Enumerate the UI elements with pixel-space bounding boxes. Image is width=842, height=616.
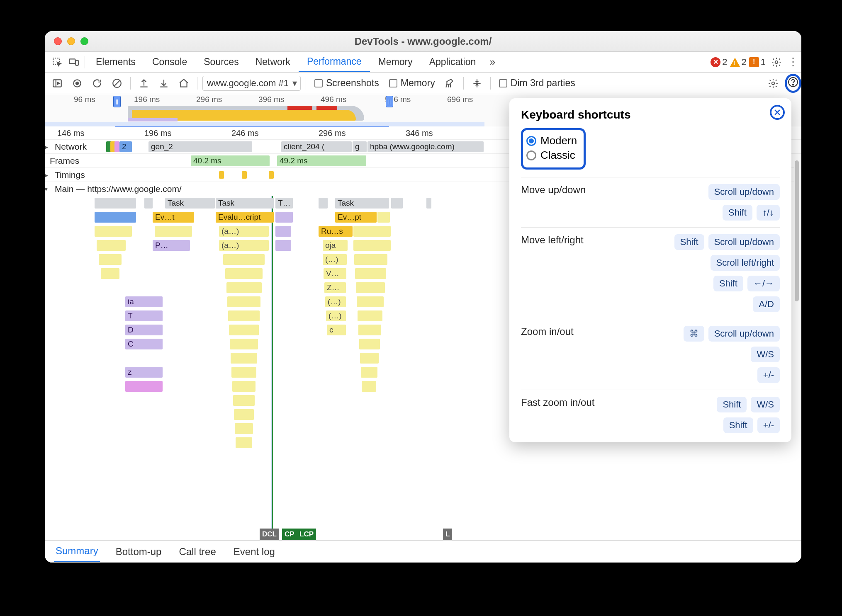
shortcut-key: Shift	[674, 234, 704, 250]
radio-modern[interactable]: Modern	[526, 134, 577, 147]
shortcut-key: A/D	[753, 296, 780, 312]
shortcut-key: ↑/↓	[757, 205, 780, 221]
window-controls	[45, 37, 88, 45]
svg-rect-2	[75, 60, 78, 65]
tab-summary[interactable]: Summary	[54, 541, 100, 562]
ov-tick: 496 ms	[321, 95, 346, 104]
radio-classic[interactable]: Classic	[526, 149, 577, 162]
shortcut-key: Shift	[723, 205, 752, 221]
expand-icon[interactable]: ▸	[45, 171, 48, 179]
shortcut-key: Scroll up/down	[708, 184, 780, 200]
tab-performance[interactable]: Performance	[299, 52, 370, 72]
tab-call-tree[interactable]: Call tree	[177, 542, 217, 562]
record-icon[interactable]	[69, 75, 85, 92]
warnings-badge[interactable]: 2	[730, 57, 747, 68]
cp-marker: CP	[282, 529, 297, 540]
gc-broom-icon[interactable]	[442, 75, 458, 92]
recording-select[interactable]: www.google.com #1	[202, 76, 301, 91]
lcp-marker: LCP	[297, 529, 316, 540]
settings-gear-icon[interactable]	[768, 54, 785, 70]
shortcut-key: +/-	[757, 367, 780, 383]
svg-point-8	[772, 82, 775, 85]
shortcut-key: Shift	[717, 397, 747, 412]
shortcut-key: Scroll up/down	[708, 234, 780, 250]
ov-tick: 96 ms	[74, 95, 95, 104]
devtools-window: DevTools - www.google.com/ Elements Cons…	[45, 31, 801, 563]
keyboard-shortcuts-popover: Keyboard shortcuts Modern Classic Move u…	[509, 98, 791, 442]
tab-event-log[interactable]: Event log	[232, 542, 277, 562]
shortcut-row: Zoom in/out⌘Scroll up/downW/S+/-	[521, 319, 780, 390]
shortcut-key: Shift	[723, 417, 753, 433]
inspect-element-icon[interactable]	[49, 54, 66, 70]
clear-icon[interactable]	[109, 75, 125, 92]
overview-left-handle[interactable]: ||	[113, 96, 121, 107]
zoom-window-button[interactable]	[80, 37, 88, 45]
shortcut-key: ←/→	[747, 276, 780, 291]
shortcut-row: Move left/rightShiftScroll up/downScroll…	[521, 227, 780, 319]
toggle-sidebar-icon[interactable]	[49, 75, 66, 92]
expand-icon[interactable]: ▸	[45, 143, 48, 151]
shortcut-name: Move left/right	[521, 234, 584, 246]
ov-tick: 296 ms	[196, 95, 222, 104]
ov-tick: 696 ms	[447, 95, 473, 104]
screenshots-checkbox[interactable]: Screenshots	[314, 78, 379, 89]
load-marker: L	[443, 529, 452, 540]
shortcut-preset-group: Modern Classic	[521, 128, 586, 170]
shortcut-key: Scroll up/down	[708, 326, 780, 342]
more-tabs-icon[interactable]: »	[484, 54, 501, 70]
reload-record-icon[interactable]	[89, 75, 105, 92]
vertical-scrollbar[interactable]	[794, 156, 801, 540]
popover-title: Keyboard shortcuts	[521, 108, 780, 121]
tab-sources[interactable]: Sources	[195, 52, 247, 72]
shortcut-key: ⌘	[684, 326, 704, 342]
tab-memory[interactable]: Memory	[370, 52, 421, 72]
shortcut-key: W/S	[751, 347, 780, 362]
shortcut-key: W/S	[751, 397, 780, 412]
detail-tabs: Summary Bottom-up Call tree Event log	[45, 540, 801, 563]
memory-checkbox[interactable]: Memory	[389, 78, 435, 89]
shortcut-key: Scroll left/right	[711, 255, 780, 271]
timing-markers: DCL CP LCP L	[45, 529, 801, 540]
tab-network[interactable]: Network	[247, 52, 299, 72]
shortcut-key: +/-	[757, 417, 780, 433]
shortcut-name: Move up/down	[521, 184, 586, 196]
tab-bottom-up[interactable]: Bottom-up	[114, 542, 163, 562]
download-icon[interactable]	[156, 75, 172, 92]
ov-tick: 196 ms	[134, 95, 160, 104]
main-tabs: Elements Console Sources Network Perform…	[45, 52, 801, 73]
svg-point-3	[775, 61, 778, 63]
home-icon[interactable]	[175, 75, 192, 92]
dcl-marker: DCL	[260, 529, 279, 540]
shortcut-row: Fast zoom in/outShiftW/SShift+/-	[521, 390, 780, 440]
ov-tick: 396 ms	[258, 95, 284, 104]
panel-settings-gear-icon[interactable]	[765, 75, 781, 92]
minimize-window-button[interactable]	[67, 37, 75, 45]
shortcut-key: Shift	[713, 276, 743, 291]
svg-rect-1	[69, 59, 75, 63]
tab-elements[interactable]: Elements	[88, 52, 144, 72]
kebab-menu-icon[interactable]: ⋮	[785, 54, 801, 70]
performance-toolbar: www.google.com #1 Screenshots Memory Dim…	[45, 73, 801, 94]
close-window-button[interactable]	[54, 37, 62, 45]
svg-point-10	[793, 84, 793, 85]
upload-icon[interactable]	[136, 75, 152, 92]
collapse-icon[interactable]: ▸	[45, 188, 51, 191]
overview-right-handle[interactable]: ||	[386, 96, 393, 107]
errors-badge[interactable]: ✕2	[711, 57, 727, 68]
window-title: DevTools - www.google.com/	[45, 36, 801, 47]
tab-application[interactable]: Application	[421, 52, 484, 72]
dim-third-parties-checkbox[interactable]: Dim 3rd parties	[499, 78, 575, 89]
device-toggle-icon[interactable]	[66, 54, 82, 70]
close-popover-button[interactable]	[770, 105, 785, 120]
help-icon[interactable]	[785, 74, 801, 93]
shortcut-name: Zoom in/out	[521, 326, 574, 337]
svg-point-6	[75, 81, 79, 85]
issues-badge[interactable]: !1	[749, 57, 766, 68]
shortcut-row: Move up/downScroll up/downShift↑/↓	[521, 177, 780, 227]
tab-console[interactable]: Console	[144, 52, 195, 72]
titlebar: DevTools - www.google.com/	[45, 31, 801, 52]
shortcut-name: Fast zoom in/out	[521, 397, 594, 408]
collapse-icon[interactable]	[469, 75, 485, 92]
